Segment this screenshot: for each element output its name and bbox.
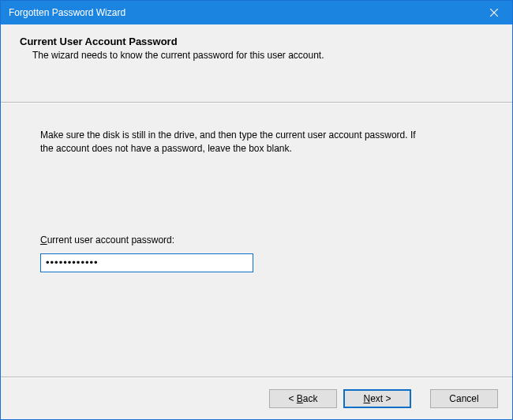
wizard-button-bar: < Back Next > Cancel [1, 377, 512, 419]
close-icon [490, 9, 498, 17]
password-label-rest: urrent user account password: [47, 234, 174, 246]
password-label: Current user account password: [40, 234, 473, 246]
back-button[interactable]: < Back [269, 389, 337, 408]
password-label-accel: C [40, 234, 47, 246]
cancel-button[interactable]: Cancel [430, 389, 498, 408]
wizard-content: Make sure the disk is still in the drive… [1, 103, 512, 377]
page-subtitle: The wizard needs to know the current pas… [20, 50, 493, 61]
wizard-header: Current User Account Password The wizard… [1, 24, 512, 103]
titlebar: Forgotten Password Wizard [1, 1, 512, 24]
password-input[interactable] [40, 253, 253, 272]
close-button[interactable] [476, 1, 512, 24]
next-button[interactable]: Next > [343, 389, 411, 408]
wizard-window: Forgotten Password Wizard Current User A… [0, 0, 513, 420]
window-title: Forgotten Password Wizard [9, 7, 125, 18]
instructions-text: Make sure the disk is still in the drive… [40, 129, 419, 156]
page-title: Current User Account Password [20, 36, 493, 47]
